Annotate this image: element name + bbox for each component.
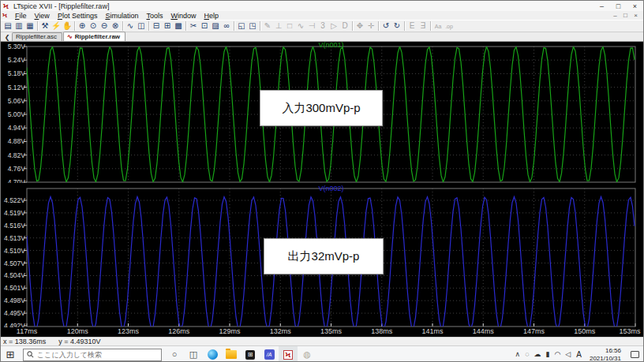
ime-mode-indicator[interactable]: A bbox=[576, 350, 582, 359]
redo-icon[interactable]: ↻ bbox=[391, 21, 402, 32]
clock-date: 2021/10/31 bbox=[590, 355, 621, 362]
svg-text:4.495V: 4.495V bbox=[4, 309, 25, 317]
menu-file[interactable]: File bbox=[11, 12, 31, 20]
volume-icon[interactable]: ◁ bbox=[565, 351, 571, 358]
tab-label: Ripplefilter.raw bbox=[75, 33, 120, 40]
svg-text:4.70V: 4.70V bbox=[8, 178, 26, 183]
halt-icon[interactable]: ✋ bbox=[62, 21, 73, 32]
svg-text:4.519V: 4.519V bbox=[4, 209, 25, 217]
menu-view[interactable]: View bbox=[31, 12, 54, 20]
hidden-icons-chevron[interactable]: ∧ bbox=[515, 351, 521, 358]
zoom-full-extents-icon[interactable]: ⊗ bbox=[110, 21, 121, 32]
toolbar-separator bbox=[234, 21, 234, 31]
inductor-icon: 3 bbox=[317, 21, 328, 32]
zoom-out-icon[interactable]: ⊖ bbox=[99, 21, 110, 32]
svg-text:4.498V: 4.498V bbox=[4, 297, 25, 304]
x-tick-label: 138ms bbox=[368, 327, 396, 335]
run-icon[interactable]: ⚡ bbox=[51, 21, 62, 32]
start-button[interactable]: ⊞ bbox=[1, 346, 20, 362]
toolbar-separator bbox=[260, 21, 260, 31]
wire-icon: ✎ bbox=[262, 21, 273, 32]
windows-logo-icon: ⊞ bbox=[6, 349, 15, 360]
search-icon bbox=[27, 351, 34, 358]
close-button[interactable]: × bbox=[627, 2, 643, 10]
pen-status-icon[interactable]: ◌ bbox=[525, 351, 529, 358]
tab-ripplefilter-asc[interactable]: Ripplefilter.asc bbox=[12, 32, 62, 41]
svg-text:4.76V: 4.76V bbox=[8, 165, 26, 173]
x-tick-label: 132ms bbox=[266, 327, 294, 335]
edge-icon[interactable] bbox=[203, 346, 222, 362]
undo-icon[interactable]: ↺ bbox=[380, 21, 391, 32]
x-tick-label: 141ms bbox=[418, 327, 447, 335]
waveform-viewer: 5.30V5.24V5.18V5.12V5.06V5.00V4.94V4.88V… bbox=[1, 42, 643, 337]
new-file-icon[interactable]: ▤ bbox=[2, 21, 13, 32]
mdi-close-button[interactable]: × bbox=[631, 12, 641, 19]
ltspice-taskbar-icon: Ϟ bbox=[283, 350, 293, 360]
minimize-button[interactable]: – bbox=[593, 2, 610, 10]
pinned-app-icon[interactable]: /A bbox=[260, 346, 279, 362]
cascade-windows-icon[interactable]: ▩ bbox=[173, 21, 184, 32]
onedrive-icon[interactable]: ☁ bbox=[534, 351, 541, 358]
battery-icon[interactable]: ▮ bbox=[546, 351, 550, 358]
tile-vertical-icon[interactable]: ⊞ bbox=[162, 21, 173, 32]
print-icon[interactable]: ◳ bbox=[247, 21, 258, 32]
status-bar: x = 138.36ms y = 4.49310V bbox=[1, 337, 643, 345]
tab-label: Ripplefilter.asc bbox=[16, 33, 57, 40]
zoom-in-icon[interactable]: ⊕ bbox=[77, 21, 88, 32]
menu-help[interactable]: Help bbox=[200, 12, 223, 20]
copy-icon[interactable]: ⊡ bbox=[199, 21, 210, 32]
save-file-icon[interactable]: ▦ bbox=[24, 21, 36, 32]
svg-text:4.513V: 4.513V bbox=[4, 234, 25, 242]
search-input[interactable] bbox=[37, 351, 158, 359]
find-icon[interactable]: ∞ bbox=[221, 21, 232, 32]
cortana-button[interactable]: ○ bbox=[165, 346, 184, 362]
open-file-icon[interactable]: ▥ bbox=[13, 21, 24, 32]
system-tray: ∧◌☁▮◠◁ A 16:56 2021/10/31 bbox=[513, 347, 643, 362]
tile-horizontal-icon[interactable]: ⊟ bbox=[151, 21, 162, 32]
task-view-button[interactable]: ◫ bbox=[184, 346, 203, 362]
ltspice-app-icon: Ϟ bbox=[3, 2, 12, 10]
menu-plot-settings[interactable]: Plot Settings bbox=[54, 12, 102, 20]
toolbar-separator bbox=[74, 21, 75, 31]
maximize-button[interactable]: □ bbox=[610, 2, 627, 10]
store-icon: ⊞ bbox=[245, 350, 255, 360]
menu-window[interactable]: Window bbox=[167, 12, 200, 20]
x-tick-label: 147ms bbox=[520, 327, 549, 335]
clock-time: 16:56 bbox=[590, 347, 621, 355]
toolbar-separator bbox=[378, 21, 379, 31]
svg-text:5.30V: 5.30V bbox=[8, 43, 26, 50]
tab-scroll-left-button[interactable]: ❮ bbox=[2, 34, 12, 41]
menu-simulation[interactable]: Simulation bbox=[101, 12, 142, 20]
rotate-icon: E bbox=[406, 21, 417, 32]
svg-text:V(n001): V(n001) bbox=[318, 42, 343, 49]
file-explorer-icon[interactable] bbox=[222, 346, 241, 362]
svg-text:4.492V: 4.492V bbox=[4, 322, 25, 327]
paste-icon[interactable]: ▨ bbox=[210, 21, 221, 32]
svg-text:5.18V: 5.18V bbox=[8, 69, 26, 77]
x-tick-label: 135ms bbox=[317, 327, 346, 335]
mdi-minimize-button[interactable]: – bbox=[610, 12, 620, 19]
notification-icon bbox=[631, 351, 639, 358]
menu-tools[interactable]: Tools bbox=[142, 12, 167, 20]
print-preview-icon[interactable]: ◱ bbox=[236, 21, 247, 32]
store-icon[interactable]: ⊞ bbox=[241, 346, 260, 362]
plot-settings-icon[interactable]: ◫ bbox=[136, 21, 147, 32]
output-annotation: 出力32mVp-p bbox=[264, 238, 384, 274]
ltspice-taskbar-icon[interactable]: Ϟ bbox=[279, 346, 298, 362]
mdi-restore-button[interactable]: □ bbox=[620, 12, 631, 19]
action-center-button[interactable] bbox=[626, 351, 643, 358]
svg-text:4.516V: 4.516V bbox=[4, 222, 25, 230]
svg-text:5.12V: 5.12V bbox=[8, 84, 26, 91]
cursor-x-readout: x = 138.36ms bbox=[3, 338, 46, 345]
svg-text:4.504V: 4.504V bbox=[4, 271, 25, 279]
edge-icon bbox=[208, 349, 218, 360]
taskbar-clock[interactable]: 16:56 2021/10/31 bbox=[590, 347, 621, 362]
zoom-back-icon[interactable]: ⊙ bbox=[88, 21, 99, 32]
network-icon[interactable]: ◠ bbox=[555, 351, 561, 358]
cut-icon[interactable]: ✂ bbox=[188, 21, 199, 32]
background-app-icon[interactable]: ◍ bbox=[298, 346, 316, 362]
control-panel-icon[interactable]: ⚒ bbox=[39, 21, 51, 32]
autorange-y-axis-icon[interactable]: ∿ bbox=[125, 21, 136, 32]
tab-ripplefilter-raw[interactable]: ∿Ripplefilter.raw bbox=[63, 32, 125, 41]
taskbar-search[interactable] bbox=[23, 349, 162, 361]
